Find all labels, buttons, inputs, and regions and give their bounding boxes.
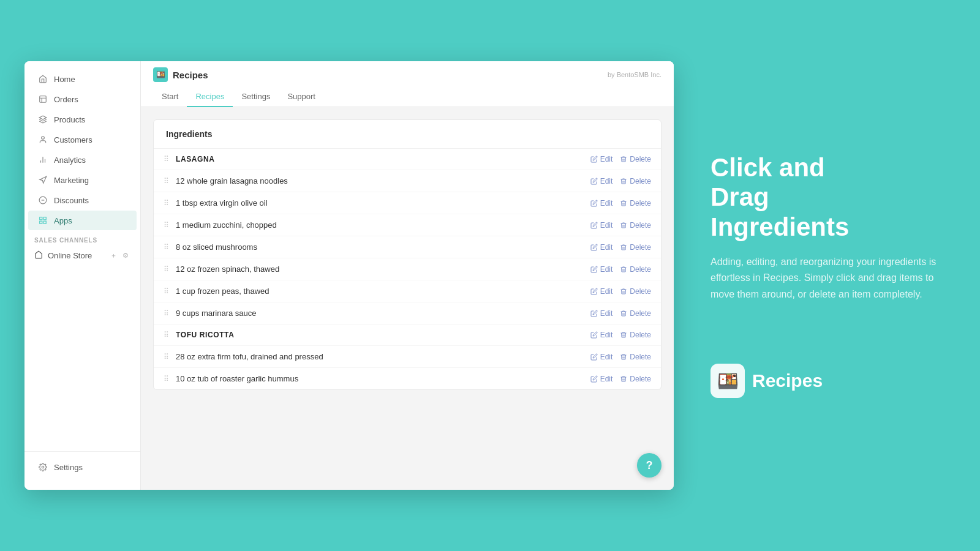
row-actions: Edit Delete [590, 331, 651, 339]
right-panel-heading: Click and Drag Ingredients [710, 153, 943, 254]
heading-line3: Ingredients [710, 212, 849, 241]
sidebar-item-label: Customers [54, 135, 92, 144]
delete-button[interactable]: Delete [620, 375, 651, 383]
drag-handle[interactable]: ⠿ [164, 243, 170, 252]
delete-button[interactable]: Delete [620, 287, 651, 296]
app-header-top: 🍱 Recipes by BentoSMB Inc. [153, 61, 662, 87]
svg-marker-3 [39, 116, 47, 119]
ingredient-name: 12 oz frozen spinach, thawed [176, 264, 584, 274]
svg-rect-12 [40, 221, 42, 223]
sidebar-item-label: Home [54, 75, 75, 84]
brand-icon: 🍱 [710, 364, 745, 398]
drag-handle[interactable]: ⠿ [164, 375, 170, 383]
edit-button[interactable]: Edit [590, 243, 613, 252]
delete-button[interactable]: Delete [620, 353, 651, 361]
help-button[interactable]: ? [637, 453, 662, 478]
channels-section-label: SALES CHANNELS [24, 231, 140, 246]
row-actions: Edit Delete [590, 155, 651, 163]
edit-button[interactable]: Edit [590, 265, 613, 274]
edit-button[interactable]: Edit [590, 353, 613, 361]
row-actions: Edit Delete [590, 221, 651, 230]
svg-rect-11 [43, 217, 46, 220]
ingredient-name: 1 tbsp extra virgin olive oil [176, 198, 584, 208]
delete-button[interactable]: Delete [620, 331, 651, 339]
drag-handle[interactable]: ⠿ [164, 177, 170, 186]
sidebar-item-label: Marketing [54, 176, 89, 185]
tab-support[interactable]: Support [279, 87, 324, 107]
ingredients-list: ⠿ LASAGNA Edit Delete ⠿ 12 whole grain l… [154, 149, 661, 389]
sidebar-item-marketing[interactable]: Marketing [28, 170, 137, 190]
card-title: Ingredients [166, 129, 212, 139]
sidebar-item-analytics[interactable]: Analytics [28, 150, 137, 170]
row-actions: Edit Delete [590, 353, 651, 361]
ingredient-name: LASAGNA [176, 155, 584, 163]
sidebar-item-label: Analytics [54, 156, 86, 165]
svg-point-14 [42, 466, 44, 468]
drag-handle[interactable]: ⠿ [164, 353, 170, 361]
ingredient-row: ⠿ 1 medium zucchini, chopped Edit Delete [154, 214, 661, 236]
channel-add-icon[interactable]: ＋ [108, 251, 118, 261]
tab-start[interactable]: Start [153, 87, 187, 107]
drag-handle[interactable]: ⠿ [164, 287, 170, 296]
app-title-text: Recipes [173, 70, 208, 80]
edit-button[interactable]: Edit [590, 221, 613, 230]
drag-handle[interactable]: ⠿ [164, 155, 170, 163]
svg-rect-10 [40, 217, 42, 220]
ingredient-name: TOFU RICOTTA [176, 331, 584, 339]
delete-button[interactable]: Delete [620, 199, 651, 208]
edit-button[interactable]: Edit [590, 331, 613, 339]
ingredient-row: ⠿ LASAGNA Edit Delete [154, 149, 661, 170]
delete-button[interactable]: Delete [620, 177, 651, 186]
edit-button[interactable]: Edit [590, 309, 613, 318]
sidebar-item-home[interactable]: Home [28, 69, 137, 89]
card-header: Ingredients [154, 120, 661, 149]
heading-line1: Click and [710, 153, 825, 182]
delete-button[interactable]: Delete [620, 155, 651, 163]
tab-settings[interactable]: Settings [233, 87, 279, 107]
drag-handle[interactable]: ⠿ [164, 265, 170, 274]
ingredient-name: 12 whole grain lasagna noodles [176, 176, 584, 186]
sidebar-item-customers[interactable]: Customers [28, 130, 137, 149]
channel-settings-icon[interactable]: ⚙ [121, 251, 130, 261]
edit-button[interactable]: Edit [590, 375, 613, 383]
brand-footer: 🍱 Recipes [710, 364, 943, 398]
sidebar-item-label: Discounts [54, 196, 89, 205]
ingredient-row: ⠿ 1 cup frozen peas, thawed Edit Delete [154, 280, 661, 302]
app-title: 🍱 Recipes [153, 67, 208, 82]
ingredient-row: ⠿ 12 whole grain lasagna noodles Edit De… [154, 170, 661, 192]
sidebar-item-apps[interactable]: Apps [28, 211, 137, 230]
apps-icon [38, 216, 48, 225]
delete-button[interactable]: Delete [620, 309, 651, 318]
ingredient-name: 28 oz extra firm tofu, drained and press… [176, 352, 584, 361]
app-by-text: by BentoSMB Inc. [608, 71, 662, 78]
sidebar-item-orders[interactable]: Orders [28, 89, 137, 109]
main-content: 🍱 Recipes by BentoSMB Inc. StartRecipesS… [141, 61, 674, 490]
tab-recipes[interactable]: Recipes [187, 87, 233, 107]
edit-button[interactable]: Edit [590, 199, 613, 208]
store-icon [34, 250, 43, 261]
customers-icon [38, 135, 48, 144]
ingredient-row: ⠿ 1 tbsp extra virgin olive oil Edit Del… [154, 192, 661, 214]
edit-button[interactable]: Edit [590, 287, 613, 296]
drag-handle[interactable]: ⠿ [164, 309, 170, 318]
marketing-icon [38, 175, 48, 185]
delete-button[interactable]: Delete [620, 221, 651, 230]
delete-button[interactable]: Delete [620, 243, 651, 252]
settings-label: Settings [54, 463, 83, 472]
online-store-label: Online Store [48, 251, 92, 260]
app-title-icon: 🍱 [153, 67, 168, 82]
sidebar-item-online-store[interactable]: Online Store ＋ ⚙ [24, 246, 140, 265]
browser-window: Home Orders Products Customers Analytics… [24, 61, 674, 490]
sidebar-item-settings[interactable]: Settings [28, 457, 137, 477]
edit-button[interactable]: Edit [590, 155, 613, 163]
drag-handle[interactable]: ⠿ [164, 221, 170, 230]
edit-button[interactable]: Edit [590, 177, 613, 186]
delete-button[interactable]: Delete [620, 265, 651, 274]
sidebar-item-products[interactable]: Products [28, 110, 137, 129]
row-actions: Edit Delete [590, 265, 651, 274]
products-icon [38, 114, 48, 124]
ingredient-row: ⠿ 8 oz sliced mushrooms Edit Delete [154, 236, 661, 258]
drag-handle[interactable]: ⠿ [164, 199, 170, 208]
sidebar-item-discounts[interactable]: Discounts [28, 190, 137, 210]
drag-handle[interactable]: ⠿ [164, 331, 170, 339]
